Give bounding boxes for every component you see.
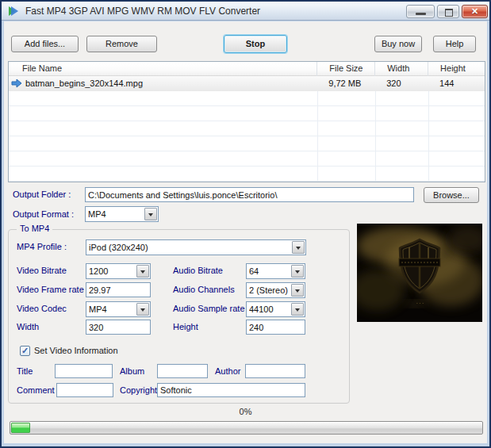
comment-input[interactable] [56, 383, 113, 397]
progress-bar-fill [11, 423, 30, 433]
audio-bitrate-value: 64 [249, 266, 290, 278]
dropdown-arrow-icon[interactable] [292, 241, 305, 254]
converting-arrow-icon [11, 78, 22, 88]
audio-sample-rate-value: 44100 [249, 304, 290, 316]
mp4-profile-value: iPod (320x240) [89, 242, 291, 254]
title-bar[interactable]: Fast MP4 3GP AVI MPG WMV RM MOV FLV Conv… [2, 2, 489, 21]
audio-sample-rate-label: Audio Sample rate [173, 304, 245, 313]
audio-channels-label: Audio Channels [173, 285, 235, 294]
file-size-cell: 9,72 MB [316, 76, 374, 91]
window-title: Fast MP4 3GP AVI MPG WMV RM MOV FLV Conv… [25, 6, 260, 17]
file-list: File Name File Size Width Height batman_… [8, 61, 485, 182]
album-input[interactable] [157, 364, 208, 378]
audio-bitrate-label: Audio Bitrate [173, 266, 223, 275]
video-bitrate-value: 1200 [89, 266, 136, 278]
set-video-information-label: Set Video Information [34, 346, 118, 355]
audio-sample-rate-select[interactable]: 44100 [246, 301, 305, 317]
column-divider [428, 76, 429, 182]
output-folder-label: Output Folder : [13, 190, 71, 199]
progress-bar [10, 421, 483, 435]
dropdown-arrow-icon[interactable] [291, 265, 304, 278]
file-height-cell: 144 [428, 76, 485, 91]
mp4-profile-select[interactable]: iPod (320x240) [86, 239, 306, 255]
video-codec-value: MP4 [89, 304, 136, 316]
height-input[interactable] [246, 320, 305, 335]
mp4-profile-label: MP4 Profile : [17, 242, 67, 251]
dropdown-arrow-icon[interactable] [291, 284, 304, 297]
video-codec-label: Video Codec [17, 304, 67, 313]
output-format-value: MP4 [88, 209, 144, 220]
file-width-cell: 320 [374, 76, 428, 91]
audio-channels-select[interactable]: 2 (Stereo) [246, 282, 305, 298]
output-format-select[interactable]: MP4 [85, 206, 159, 222]
column-header-file-name[interactable]: File Name [9, 62, 316, 76]
column-divider [317, 76, 318, 182]
height-label: Height [173, 322, 198, 331]
remove-button[interactable]: Remove [86, 36, 157, 52]
comment-label: Comment [17, 385, 55, 395]
file-row[interactable]: batman_begins_320x144.mpg 9,72 MB 320 14… [9, 76, 485, 91]
video-frame-rate-input[interactable] [86, 282, 151, 297]
copyright-label: Copyright [120, 385, 157, 395]
app-window: Fast MP4 3GP AVI MPG WMV RM MOV FLV Conv… [0, 0, 491, 448]
width-label: Width [17, 322, 39, 331]
stop-button[interactable]: Stop [224, 35, 287, 53]
width-input[interactable] [86, 320, 151, 335]
copyright-input[interactable] [157, 383, 305, 397]
author-input[interactable] [245, 364, 305, 378]
dropdown-arrow-icon[interactable] [136, 303, 149, 316]
title-input[interactable] [55, 364, 113, 378]
audio-channels-value: 2 (Stereo) [249, 285, 290, 297]
browse-button[interactable]: Browse... [424, 187, 479, 203]
title-label: Title [17, 366, 33, 376]
add-files-button[interactable]: Add files... [11, 36, 79, 52]
file-list-body: batman_begins_320x144.mpg 9,72 MB 320 14… [9, 76, 485, 182]
column-header-width[interactable]: Width [374, 62, 428, 76]
close-button[interactable]: ✕ [462, 5, 488, 18]
column-divider [375, 76, 376, 182]
progress-percent-label: 0% [4, 407, 487, 416]
output-format-label: Output Format : [13, 209, 74, 219]
minimize-button[interactable] [406, 5, 435, 18]
app-icon [7, 5, 20, 17]
video-codec-select[interactable]: MP4 [86, 301, 151, 317]
buy-now-button[interactable]: Buy now [374, 36, 422, 52]
video-bitrate-label: Video Bitrate [17, 266, 67, 275]
dropdown-arrow-icon[interactable] [144, 208, 157, 220]
video-frame-rate-label: Video Frame rate [17, 285, 84, 294]
maximize-button[interactable] [437, 5, 459, 18]
author-label: Author [215, 366, 240, 376]
dropdown-arrow-icon[interactable] [291, 303, 304, 316]
video-preview-frame: ᛫᛫᛫ [357, 224, 482, 322]
file-name-cell: batman_begins_320x144.mpg [9, 76, 316, 91]
album-label: Album [120, 366, 144, 376]
column-header-height[interactable]: Height [428, 62, 485, 76]
file-list-header[interactable]: File Name File Size Width Height [9, 62, 485, 76]
help-button[interactable]: Help [433, 36, 476, 52]
group-box-title: To MP4 [17, 224, 52, 233]
window-content: Add files... Remove Stop Buy now Help Fi… [4, 21, 487, 443]
set-video-information-checkbox[interactable]: ✓ [20, 346, 30, 356]
column-header-file-size[interactable]: File Size [316, 62, 374, 76]
output-folder-input[interactable] [85, 187, 414, 202]
audio-bitrate-select[interactable]: 64 [246, 263, 305, 279]
dropdown-arrow-icon[interactable] [136, 265, 149, 278]
video-bitrate-select[interactable]: 1200 [86, 263, 151, 279]
profile-group-box: To MP4 MP4 Profile : iPod (320x240) Vide… [8, 229, 350, 404]
